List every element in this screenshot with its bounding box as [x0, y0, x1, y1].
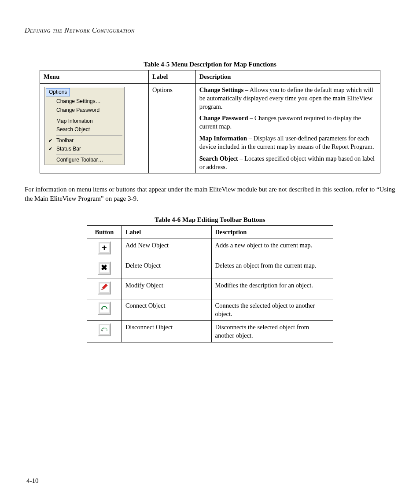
table2: Button Label Description +Add New Object… [87, 225, 333, 342]
pencil-icon [98, 281, 111, 294]
menu-item: Toolbar [45, 136, 124, 145]
menu-item: Change Password [45, 106, 124, 115]
table2-th-button: Button [87, 225, 122, 239]
connect-icon [98, 302, 111, 315]
table1-menu-cell: OptionsChange Settings…Change PasswordMa… [40, 83, 149, 173]
table1-th-menu: Menu [40, 70, 149, 84]
menu-separator [56, 116, 122, 116]
button-cell: + [87, 239, 122, 259]
page-header: Defining the Network Configuration [25, 26, 395, 34]
table1-desc-cell: Change Settings – Allows you to define t… [195, 83, 380, 173]
description-block: Change Settings – Allows you to define t… [199, 86, 376, 111]
label-cell: Add New Object [122, 239, 211, 259]
options-menu-title: Options [46, 88, 70, 97]
button-cell [87, 279, 122, 299]
desc-cell: Connects the selected object to another … [211, 299, 333, 321]
label-cell: Disconnect Object [122, 321, 211, 342]
table-row: Connect ObjectConnects the selected obje… [87, 299, 333, 321]
table1: Menu Label Description OptionsChange Set… [40, 70, 380, 173]
menu-separator [56, 135, 122, 136]
page-number: 4-10 [26, 477, 39, 485]
table-row: Modify ObjectModifies the description fo… [87, 279, 333, 299]
table1-caption: Table 4-5 Menu Description for Map Funct… [25, 61, 395, 68]
menu-item: Change Settings… [45, 97, 124, 106]
button-cell: ✖ [87, 259, 122, 279]
table1-label-cell: Options [148, 83, 195, 173]
cross-icon: ✖ [98, 261, 111, 275]
description-block: Search Object – Locates specified object… [199, 155, 376, 171]
table1-th-label: Label [148, 70, 195, 84]
desc-cell: Adds a new object to the current map. [211, 239, 333, 259]
table-row: ✖Delete ObjectDeletes an object from the… [87, 259, 333, 279]
menu-item: Configure Toolbar… [45, 156, 124, 165]
body-paragraph: For information on menu items or buttons… [25, 185, 395, 203]
menu-item: Search Object [45, 125, 124, 134]
table-row: Disconnect ObjectDisconnects the selecte… [87, 321, 333, 342]
desc-cell: Disconnects the selected object from ano… [211, 321, 333, 342]
table1-th-desc: Description [195, 70, 380, 84]
label-cell: Delete Object [122, 259, 211, 279]
menu-item: Status Bar [45, 145, 124, 154]
table-row: +Add New ObjectAdds a new object to the … [87, 239, 333, 259]
desc-cell: Modifies the description for an object. [211, 279, 333, 299]
disconnect-icon [98, 323, 111, 336]
label-cell: Modify Object [122, 279, 211, 299]
label-cell: Connect Object [122, 299, 211, 321]
table2-caption: Table 4-6 Map Editing Toolbar Buttons [25, 216, 395, 224]
table2-th-label: Label [122, 225, 211, 239]
description-block: Change Password – Changes password requi… [199, 114, 376, 131]
menu-item: Map Infomation [45, 117, 124, 126]
description-block: Map Information – Displays all user-defi… [199, 134, 376, 151]
button-cell [87, 299, 122, 321]
options-menu-screenshot: OptionsChange Settings…Change PasswordMa… [44, 87, 125, 165]
table2-th-desc: Description [211, 225, 333, 239]
button-cell [87, 321, 122, 342]
desc-cell: Deletes an object from the current map. [211, 259, 333, 279]
menu-separator [56, 155, 122, 155]
plus-icon: + [98, 241, 111, 254]
